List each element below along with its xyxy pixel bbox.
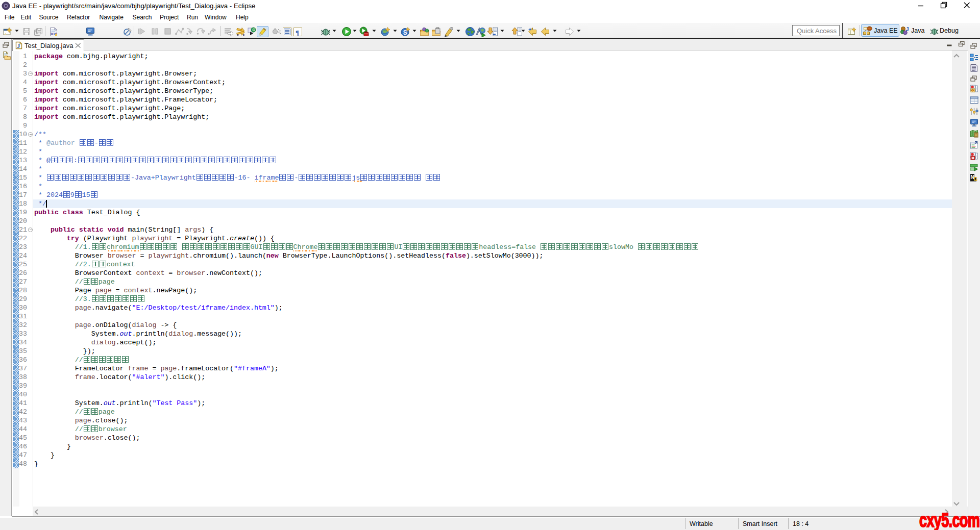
svg-text:G: G	[974, 176, 978, 182]
svg-text:J: J	[17, 42, 20, 49]
svg-text:¶: ¶	[296, 29, 299, 36]
svg-text:C: C	[253, 28, 255, 32]
svg-text:J: J	[906, 26, 909, 32]
